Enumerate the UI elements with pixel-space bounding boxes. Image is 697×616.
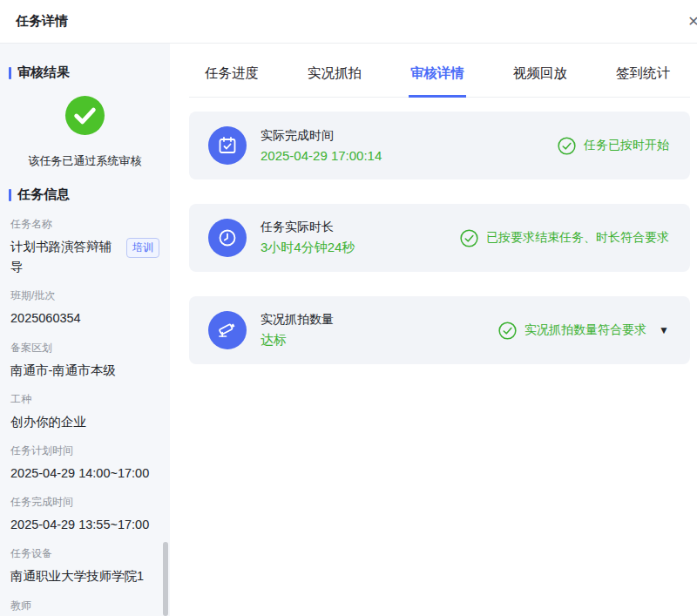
card-snapshot-count: 实况抓拍数量 达标 实况抓拍数量符合要求 ▼: [189, 296, 690, 364]
sidebar: 审核结果 该任务已通过系统审核 任务信息 任务名称 计划书路演答辩辅导 培训 班…: [0, 44, 170, 616]
card-task-duration: 任务实际时长 3小时4分钟24秒 已按要求结束任务、时长符合要求: [189, 204, 690, 272]
main-panel: 任务进度 实况抓拍 审核详情 视频回放 签到统计 实际完成时间: [170, 44, 697, 616]
field-district: 备案区划 南通市-南通市本级: [0, 341, 170, 381]
field-planned-time: 任务计划时间 2025-04-29 14:00~17:00: [0, 443, 170, 484]
card-status: 已按要求结束任务、时长符合要求: [460, 229, 669, 247]
section-accent-bar: [9, 67, 11, 79]
status-check-icon: [460, 229, 478, 247]
task-info-section-title: 任务信息: [0, 186, 170, 203]
tab-audit-details[interactable]: 审核详情: [409, 44, 466, 98]
status-text: 已按要求结束任务、时长符合要求: [486, 230, 669, 246]
training-badge: 培训: [126, 238, 159, 258]
success-check-icon: [64, 95, 105, 136]
cctv-camera-icon: [208, 311, 247, 349]
status-text: 实况抓拍数量符合要求: [524, 322, 646, 338]
tab-bar: 任务进度 实况抓拍 审核详情 视频回放 签到统计: [189, 44, 690, 98]
audit-pass-text: 该任务已通过系统审核: [0, 153, 170, 169]
tab-video-playback[interactable]: 视频回放: [511, 44, 569, 98]
card-title: 实况抓拍数量: [261, 312, 334, 328]
card-value: 2025-04-29 17:00:14: [261, 148, 382, 163]
page-title: 任务详情: [16, 13, 68, 30]
tab-task-progress[interactable]: 任务进度: [203, 44, 261, 98]
dialog-header: 任务详情 ✕: [0, 0, 697, 44]
card-status: 实况抓拍数量符合要求 ▼: [498, 322, 669, 340]
field-batch: 班期/批次 2025060354: [0, 288, 170, 328]
tab-live-snapshot[interactable]: 实况抓拍: [306, 44, 363, 98]
field-device: 任务设备 南通职业大学技师学院1: [0, 546, 170, 586]
card-status: 任务已按时开始: [558, 137, 669, 155]
status-check-icon: [498, 322, 517, 340]
card-value: 达标: [261, 332, 334, 349]
expand-caret-icon[interactable]: ▼: [659, 324, 669, 336]
field-teacher: 教师 徐洪: [0, 599, 170, 616]
calendar-check-icon: [208, 126, 247, 165]
field-completion-time: 任务完成时间 2025-04-29 13:55~17:00: [0, 495, 170, 535]
audit-result-section-title: 审核结果: [0, 64, 170, 81]
sidebar-scrollbar[interactable]: [163, 542, 168, 616]
status-check-icon: [558, 137, 576, 155]
clock-icon: [208, 219, 247, 257]
card-title: 实际完成时间: [261, 128, 382, 144]
field-job-type: 工种 创办你的企业: [0, 392, 170, 432]
tab-checkin-stats[interactable]: 签到统计: [614, 44, 672, 98]
field-task-name: 任务名称 计划书路演答辩辅导 培训: [0, 217, 170, 277]
close-icon[interactable]: ✕: [684, 12, 697, 31]
status-text: 任务已按时开始: [584, 138, 669, 153]
card-value: 3小时4分钟24秒: [261, 240, 355, 256]
audit-pass-status: 该任务已通过系统审核: [0, 95, 170, 169]
section-accent-bar: [9, 189, 11, 201]
card-completion-time: 实际完成时间 2025-04-29 17:00:14 任务已按时开始: [189, 112, 690, 179]
card-title: 任务实际时长: [261, 220, 355, 235]
